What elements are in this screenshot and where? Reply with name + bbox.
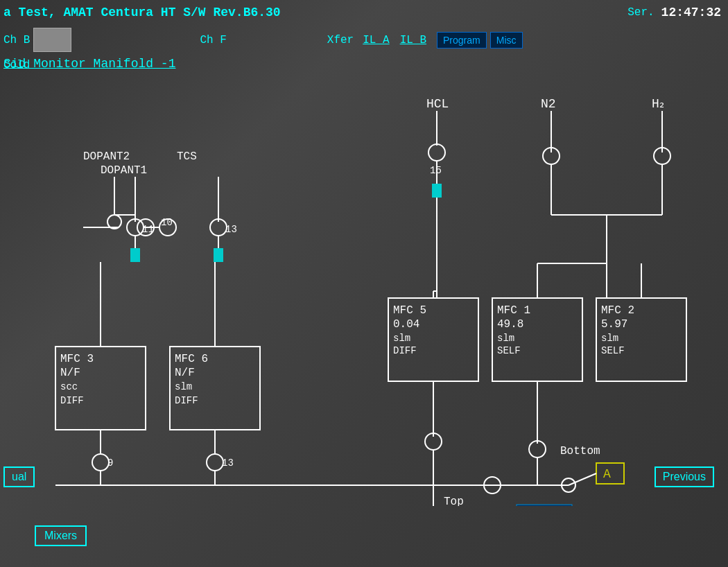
svg-text:MFC  2: MFC 2 <box>601 304 634 317</box>
manual-button[interactable]: ual <box>3 466 35 487</box>
svg-text:N/F: N/F <box>175 367 195 379</box>
diagram-svg: HCL N2 H₂ 15 MFC 5 <box>0 76 728 506</box>
program-button[interactable]: Program <box>437 32 487 49</box>
svg-point-72 <box>425 433 442 450</box>
svg-rect-86 <box>517 505 572 506</box>
misc-button[interactable]: Misc <box>490 32 523 49</box>
svg-text:DIFF: DIFF <box>175 395 198 406</box>
svg-text:Top: Top <box>444 496 464 506</box>
mixers-button[interactable]: Mixers <box>35 525 87 546</box>
svg-text:MFC  3: MFC 3 <box>60 353 94 365</box>
hcl-gas-label: HCL <box>426 97 449 111</box>
svg-text:slm: slm <box>175 381 192 392</box>
svg-rect-48 <box>130 248 140 262</box>
h2-gas-label: H₂ <box>652 97 664 111</box>
xfer-label: Xfer <box>327 34 354 46</box>
svg-text:15: 15 <box>430 165 442 176</box>
svg-text:13: 13 <box>225 224 237 235</box>
svg-rect-12 <box>432 184 442 198</box>
sid-monitor-title: Sid Monitor Manifold -1 <box>3 57 175 71</box>
ser-label: Ser. <box>627 6 661 19</box>
svg-text:SELF: SELF <box>497 345 521 356</box>
svg-text:DOPANT2: DOPANT2 <box>83 150 130 163</box>
svg-text:DIFF: DIFF <box>393 345 417 356</box>
svg-point-43 <box>210 219 227 236</box>
chb-label: Ch B <box>3 34 30 46</box>
il-b-label[interactable]: IL B <box>400 34 426 46</box>
svg-text:49.8: 49.8 <box>497 318 523 331</box>
screen: a Test, AMAT Centura HT S/W Rev.B6.30 Se… <box>0 0 728 567</box>
n2-gas-label: N2 <box>541 97 556 111</box>
svg-text:slm: slm <box>601 333 618 344</box>
title-bar: a Test, AMAT Centura HT S/W Rev.B6.30 Se… <box>0 0 728 24</box>
svg-text:10: 10 <box>161 217 173 228</box>
svg-point-8 <box>654 148 670 164</box>
svg-text:scc: scc <box>60 381 78 392</box>
svg-text:0.04: 0.04 <box>393 318 419 331</box>
svg-point-3 <box>428 144 445 161</box>
il-a-label[interactable]: IL A <box>363 34 389 46</box>
header-row: Ch B Ch F Xfer IL A IL B Program Misc <box>0 24 728 55</box>
svg-text:SELF: SELF <box>601 345 625 356</box>
svg-text:5.97: 5.97 <box>601 318 627 331</box>
svg-rect-49 <box>214 248 223 262</box>
chb-box <box>33 28 71 52</box>
svg-point-78 <box>484 477 501 494</box>
svg-text:MFC  1: MFC 1 <box>497 304 530 317</box>
svg-point-91 <box>107 215 121 229</box>
svg-text:MFC  6: MFC 6 <box>175 353 208 365</box>
svg-text:slm: slm <box>497 333 514 344</box>
svg-text:MFC  5: MFC 5 <box>393 304 426 317</box>
svg-point-65 <box>207 454 223 471</box>
previous-button[interactable]: Previous <box>655 466 714 487</box>
chf-label: Ch F <box>200 34 226 46</box>
svg-text:9: 9 <box>107 457 113 469</box>
time-display: 12:47:32 <box>661 6 728 19</box>
svg-point-88 <box>562 478 575 492</box>
svg-text:DIFF: DIFF <box>60 395 84 406</box>
svg-text:A: A <box>603 467 611 481</box>
svg-point-64 <box>92 454 109 471</box>
svg-text:Bottom: Bottom <box>560 445 600 457</box>
svg-text:DOPANT1: DOPANT1 <box>101 164 147 177</box>
svg-point-6 <box>543 148 560 164</box>
svg-text:slm: slm <box>393 333 410 344</box>
svg-text:TCS: TCS <box>177 150 197 163</box>
ui-overlay: a Test, AMAT Centura HT S/W Rev.B6.30 Se… <box>0 0 728 567</box>
svg-point-75 <box>529 441 546 457</box>
svg-text:N/F: N/F <box>60 367 80 379</box>
svg-text:13: 13 <box>222 457 234 469</box>
title-text: a Test, AMAT Centura HT S/W Rev.B6.30 <box>0 6 627 19</box>
